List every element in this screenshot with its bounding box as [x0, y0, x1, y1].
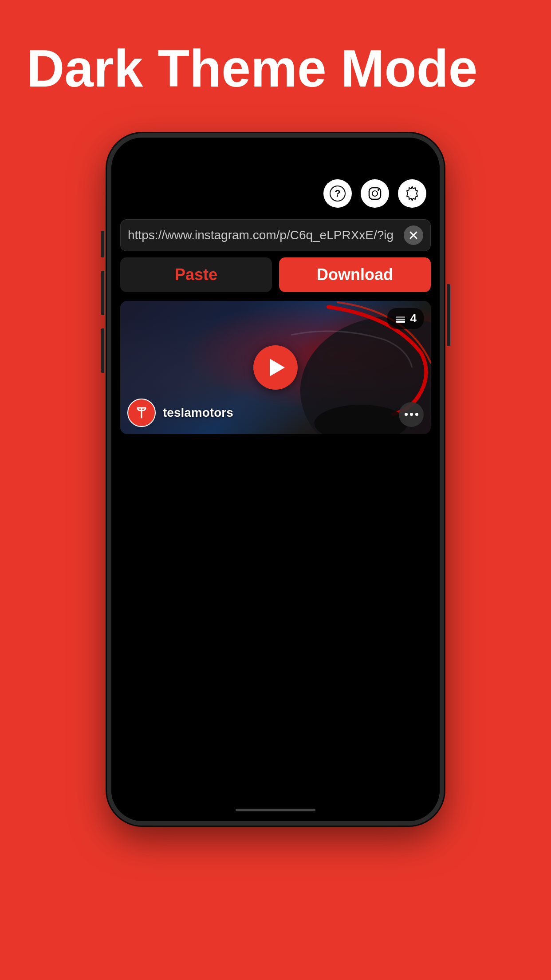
dark-content-area	[111, 434, 440, 799]
svg-rect-11	[396, 319, 405, 320]
phone-bottom-bar	[111, 799, 440, 821]
download-button[interactable]: Download	[279, 257, 431, 292]
side-button-power	[447, 284, 450, 346]
phone-notch	[111, 138, 440, 169]
page-title: Dark Theme Mode	[0, 0, 551, 124]
video-thumbnail: 4 teslamotors	[120, 301, 431, 434]
svg-point-4	[378, 189, 379, 191]
url-input[interactable]	[128, 228, 404, 242]
dot-1	[405, 413, 408, 416]
more-dots-icon	[405, 413, 418, 416]
help-button[interactable]: ?	[323, 179, 352, 208]
side-button-mute	[101, 231, 104, 257]
instagram-button[interactable]	[361, 179, 389, 208]
user-avatar	[127, 399, 156, 427]
side-button-volume-up	[101, 271, 104, 315]
action-buttons-row: Paste Download	[111, 257, 440, 301]
top-bar: ?	[111, 169, 440, 215]
phone-shell: ?	[107, 133, 444, 826]
layer-count: 4	[410, 312, 417, 325]
dot-3	[415, 413, 418, 416]
phone-mockup: ?	[107, 133, 444, 826]
app-content: ?	[111, 169, 440, 799]
video-card: 4 teslamotors	[120, 301, 431, 434]
url-input-wrapper	[120, 219, 431, 251]
svg-rect-10	[396, 316, 405, 318]
username-label: teslamotors	[163, 406, 233, 420]
user-info: teslamotors	[127, 399, 233, 427]
home-indicator	[236, 809, 315, 811]
url-clear-button[interactable]	[404, 225, 423, 245]
svg-text:?: ?	[335, 188, 340, 199]
layer-badge: 4	[387, 308, 424, 329]
notch-inner	[231, 146, 320, 160]
settings-button[interactable]	[398, 179, 426, 208]
paste-button[interactable]: Paste	[120, 257, 272, 292]
side-button-volume-down	[101, 328, 104, 373]
dot-2	[410, 413, 413, 416]
more-options-button[interactable]	[399, 402, 424, 427]
svg-rect-12	[396, 321, 405, 323]
svg-point-3	[372, 191, 378, 196]
play-button[interactable]	[253, 345, 298, 390]
url-section	[111, 215, 440, 257]
